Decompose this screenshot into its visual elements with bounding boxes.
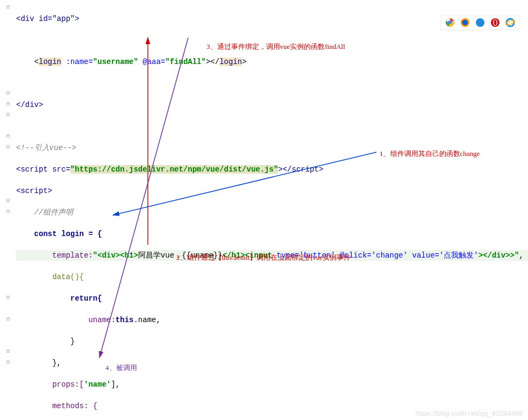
fold-icon[interactable]: ⊟ (5, 209, 11, 215)
fold-icon[interactable]: ⊟ (5, 91, 11, 96)
ie-icon[interactable] (505, 18, 515, 27)
code-line: data(){ (16, 272, 528, 282)
code-line: <login :name="username" @aaa="findAll"><… (16, 56, 528, 67)
svg-point-6 (462, 20, 468, 25)
code-line (16, 121, 528, 132)
fold-icon[interactable]: ⊟ (5, 102, 11, 107)
annotation-4: 4、被调用 (105, 363, 137, 373)
fold-icon[interactable]: ⊟ (5, 198, 11, 204)
code-line: return{ (16, 293, 528, 304)
annotation-1: 1、组件调用其自己的函数change (380, 149, 480, 159)
svg-point-10 (494, 20, 497, 25)
chrome-icon[interactable] (445, 18, 455, 27)
fold-icon[interactable]: ⊟ (5, 295, 11, 301)
code-line (16, 78, 528, 89)
fold-icon[interactable]: ⊟ (5, 5, 11, 10)
code-line: <script> (16, 186, 528, 196)
fold-icon[interactable]: ⊟ (5, 145, 11, 150)
annotation-3: 3、通过事件绑定，调用vue实例的函数findAll (206, 42, 345, 52)
gutter: ⊟ ⊟ ⊟ ⊟ ⊟ ⊟ ⊟ ⊟ ⊟ ⊟ ⊟ ⊟ (0, 0, 13, 420)
fold-icon[interactable]: ⊟ (5, 317, 11, 322)
code-line: props:['name'], (16, 379, 528, 390)
fold-icon[interactable]: ⊟ (5, 134, 11, 139)
fold-icon[interactable]: ⊟ (5, 112, 11, 118)
watermark: https://blog.csdn.net/qq_43284469 (416, 409, 523, 417)
code-line: } (16, 336, 528, 347)
code-line: const login = { (16, 229, 528, 239)
browser-icons-bar (440, 15, 520, 30)
fold-icon[interactable]: ⊟ (5, 360, 11, 365)
code-line: <script src="https://cdn.jsdelivr.net/np… (16, 164, 528, 175)
code-line: }, (16, 358, 528, 368)
code-editor[interactable]: <div id="app"> <login :name="username" @… (0, 0, 528, 420)
safari-icon[interactable] (475, 18, 485, 27)
fold-icon[interactable]: ⊟ (5, 349, 11, 354)
firefox-icon[interactable] (460, 18, 470, 27)
code-line: //组件声明 (16, 207, 528, 218)
annotation-2: 2、组件通过【this.$emit】调用在上面绑定的vue实例事件 (176, 253, 351, 262)
opera-icon[interactable] (490, 18, 500, 27)
code-line: </div> (16, 99, 528, 110)
code-line: uname:this.name, (16, 315, 528, 325)
